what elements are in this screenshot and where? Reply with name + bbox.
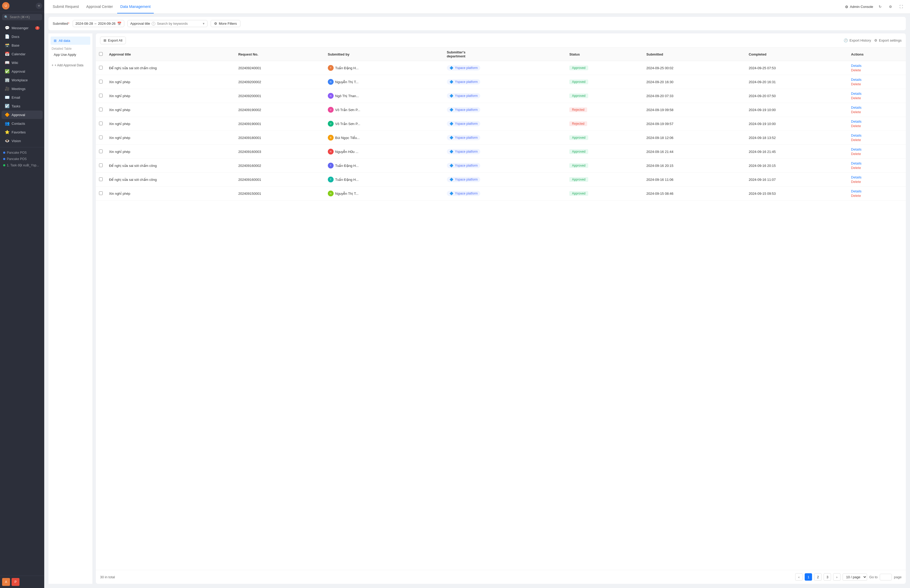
status-badge: Rejected <box>569 121 587 126</box>
admin-console-button[interactable]: ⚙ Admin Console <box>845 5 873 9</box>
tab-approval-center[interactable]: Approval Center <box>83 0 116 13</box>
details-link[interactable]: Details <box>851 120 903 123</box>
row-checkbox[interactable] <box>99 108 103 111</box>
sidebar-item-meetings[interactable]: 🎥 Meetings <box>2 84 43 93</box>
page-1-button[interactable]: 1 <box>805 573 812 581</box>
settings-icon: ⚙ <box>874 39 877 42</box>
more-filters-button[interactable]: ⚙ More Filters <box>211 20 241 27</box>
sidebar-item-calendar[interactable]: 📅 Calendar <box>2 50 43 58</box>
delete-link[interactable]: Delete <box>851 138 903 142</box>
sidebar-item-vision[interactable]: 👁️ Vision <box>2 137 43 145</box>
submitter-name: Võ Trần Sơn P... <box>335 108 360 112</box>
row-request-no: 202409150001 <box>235 187 325 200</box>
pinned-dot <box>3 158 5 160</box>
export-history-button[interactable]: 🕐 Export History <box>844 39 871 42</box>
filter-bar-wrapper: Submitted* 2024-08-28 – 2024-09-26 📅 App… <box>44 14 910 30</box>
details-link[interactable]: Details <box>851 78 903 82</box>
app-use-apply-label[interactable]: App Use Apply <box>52 52 89 58</box>
row-submitted-by: V Võ Trần Sơn P... <box>325 117 444 131</box>
row-checkbox[interactable] <box>99 121 103 125</box>
details-link[interactable]: Details <box>851 92 903 95</box>
delete-link[interactable]: Delete <box>851 124 903 128</box>
bottom-icon-2[interactable]: P <box>11 578 19 586</box>
row-checkbox[interactable] <box>99 150 103 153</box>
sidebar-item-docs[interactable]: 📄 Docs <box>2 32 43 41</box>
row-submitted: 2024-09-20 07:33 <box>643 89 746 103</box>
row-checkbox[interactable] <box>99 66 103 69</box>
row-checkbox[interactable] <box>99 191 103 195</box>
admin-console-icon: ⚙ <box>845 5 849 9</box>
info-icon[interactable]: i <box>152 22 155 26</box>
sidebar-item-wiki[interactable]: 📖 Wiki <box>2 58 43 67</box>
delete-link[interactable]: Delete <box>851 152 903 156</box>
goto-input[interactable] <box>880 574 892 580</box>
page-2-button[interactable]: 2 <box>814 573 821 581</box>
dept-icon: 🔷 <box>449 66 453 70</box>
delete-link[interactable]: Delete <box>851 194 903 198</box>
row-checkbox[interactable] <box>99 178 103 181</box>
date-range-picker[interactable]: 2024-08-28 – 2024-09-26 📅 <box>73 20 124 27</box>
export-settings-button[interactable]: ⚙ Export settings <box>874 39 902 42</box>
page-3-button[interactable]: 3 <box>824 573 831 581</box>
details-link[interactable]: Details <box>851 105 903 110</box>
required-star: * <box>68 22 70 26</box>
details-link[interactable]: Details <box>851 189 903 193</box>
tab-data-management[interactable]: Data Management <box>117 0 154 13</box>
row-checkbox[interactable] <box>99 94 103 97</box>
dept-icon: 🔷 <box>449 150 453 153</box>
export-settings-label: Export settings <box>879 39 902 42</box>
col-actions: Actions <box>848 48 906 61</box>
all-data-item[interactable]: ⊞ All data <box>50 37 91 45</box>
sidebar-item-contacts[interactable]: 👥 Contacts <box>2 119 43 128</box>
sidebar-item-approval-top[interactable]: ✅ Approval <box>2 67 43 76</box>
pinned-pancake2[interactable]: Pancake POS <box>0 156 44 162</box>
sidebar-item-favorites[interactable]: ⭐ Favorites <box>2 128 43 136</box>
row-checkbox[interactable] <box>99 163 103 167</box>
pinned-task1[interactable]: 1. Task đột xuất_Ysp... <box>0 162 44 168</box>
next-page-button[interactable]: › <box>833 573 840 581</box>
delete-link[interactable]: Delete <box>851 180 903 184</box>
export-all-button[interactable]: ⊞ Export All <box>100 37 126 44</box>
row-status: Approved <box>566 61 643 75</box>
sidebar-item-workplace[interactable]: 🏢 Workplace <box>2 76 43 84</box>
sidebar-item-messenger[interactable]: 💬 Messenger 7 <box>2 24 43 32</box>
delete-link[interactable]: Delete <box>851 96 903 100</box>
submitter-avatar: T <box>328 177 334 183</box>
sidebar-item-email[interactable]: ✉️ Email <box>2 93 43 102</box>
delete-link[interactable]: Delete <box>851 82 903 86</box>
tab-submit-request[interactable]: Submit Request <box>50 0 82 13</box>
details-link[interactable]: Details <box>851 147 903 151</box>
details-link[interactable]: Details <box>851 162 903 165</box>
delete-link[interactable]: Delete <box>851 110 903 114</box>
pinned-pancake1[interactable]: Pancake POS <box>0 150 44 156</box>
add-button[interactable]: + <box>36 3 42 9</box>
row-submitted-by: N Nguyễn Thị T... <box>325 75 444 89</box>
row-checkbox[interactable] <box>99 80 103 84</box>
dept-name: Yspace platform <box>455 108 478 111</box>
sidebar-item-base[interactable]: 🗃️ Base <box>2 41 43 50</box>
bottom-icon-1[interactable]: A <box>2 578 10 586</box>
expand-button[interactable]: ⛶ <box>897 3 905 11</box>
approval-title-filter[interactable]: Approval title i ▾ <box>128 20 207 27</box>
refresh-button[interactable]: ↻ <box>876 3 884 11</box>
sidebar-item-approval-active[interactable]: 🔶 Approval <box>2 111 43 119</box>
prev-page-button[interactable]: ‹ <box>795 573 803 581</box>
row-request-no: 202409240001 <box>235 61 325 75</box>
row-submitted-by: N Nguyễn Hữu ... <box>325 145 444 159</box>
status-badge: Approved <box>569 177 588 182</box>
sidebar-item-tasks[interactable]: ☑️ Tasks <box>2 102 43 110</box>
avatar[interactable]: U <box>2 2 10 10</box>
select-all-checkbox[interactable] <box>99 52 103 56</box>
page-size-select[interactable]: 10 / page 20 / page 50 / page <box>842 573 867 581</box>
settings-button[interactable]: ⚙ <box>887 3 894 11</box>
search-box[interactable]: 🔍 Search (⌘+K) <box>2 14 42 20</box>
search-input[interactable] <box>157 22 201 26</box>
delete-link[interactable]: Delete <box>851 68 903 72</box>
row-checkbox[interactable] <box>99 136 103 139</box>
details-link[interactable]: Details <box>851 64 903 68</box>
details-link[interactable]: Details <box>851 175 903 179</box>
top-nav: Submit Request Approval Center Data Mana… <box>44 0 910 14</box>
details-link[interactable]: Details <box>851 133 903 137</box>
add-approval-button[interactable]: + + Add Approval Data <box>48 62 92 69</box>
delete-link[interactable]: Delete <box>851 166 903 170</box>
